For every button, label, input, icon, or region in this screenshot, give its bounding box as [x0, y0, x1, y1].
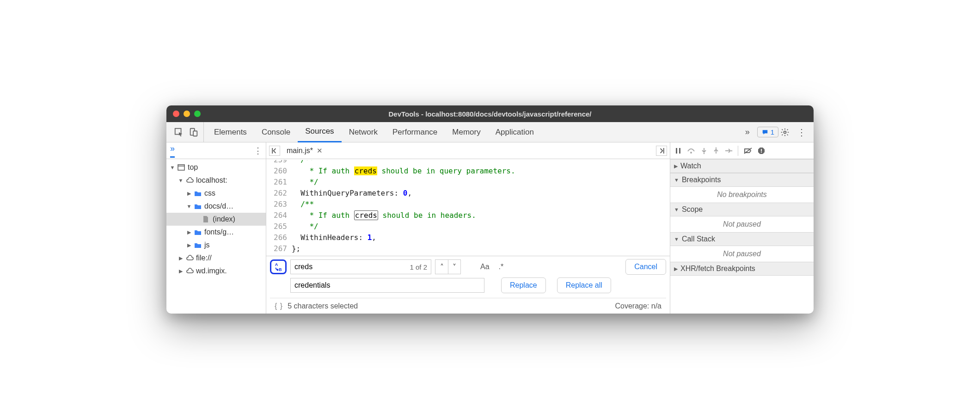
pause-icon[interactable] — [675, 148, 681, 154]
issues-badge[interactable]: 1 — [757, 127, 778, 137]
replace-button[interactable]: Replace — [501, 277, 546, 293]
tree-item[interactable]: ▶fonts/g… — [166, 226, 266, 239]
replace-input[interactable]: credentials — [290, 278, 484, 293]
debugger-toolbar — [670, 142, 814, 159]
minimize-window-button[interactable] — [184, 111, 190, 117]
find-value: creds — [294, 263, 312, 271]
nav-forward-button[interactable] — [656, 146, 667, 156]
navigator-header: » ⋮ — [166, 142, 266, 159]
settings-icon[interactable] — [780, 128, 793, 137]
step-out-icon[interactable] — [713, 148, 719, 154]
match-count: 1 of 2 — [410, 263, 427, 271]
replace-mode-toggle-icon[interactable]: AB — [270, 259, 287, 274]
devtools-window: DevTools - localhost:8080/docs/devtools/… — [166, 105, 814, 314]
toolbar-right: 1 ⋮ — [754, 127, 811, 138]
tree-item[interactable]: ▶file:// — [166, 252, 266, 265]
tab-network[interactable]: Network — [342, 122, 385, 142]
svg-point-12 — [690, 152, 692, 154]
section-call-stack[interactable]: ▼Call Stack — [670, 232, 814, 246]
svg-text:B: B — [279, 267, 282, 272]
debugger-panel: ▶Watch▼BreakpointsNo breakpoints▼ScopeNo… — [670, 142, 814, 314]
regex-toggle[interactable]: .* — [496, 263, 507, 271]
svg-rect-11 — [679, 148, 680, 154]
navigator-more-icon[interactable]: ⋮ — [254, 146, 262, 156]
selection-status: 5 characters selected — [288, 302, 358, 310]
find-nav-buttons: ˄ ˅ — [435, 259, 461, 274]
svg-rect-2 — [193, 131, 197, 136]
inspect-element-icon[interactable] — [173, 126, 185, 138]
tree-item[interactable]: ▶js — [166, 239, 266, 252]
section-xhr-fetch-breakpoints[interactable]: ▶XHR/fetch Breakpoints — [670, 262, 814, 276]
svg-rect-21 — [761, 152, 762, 153]
tab-console[interactable]: Console — [254, 122, 298, 142]
section-body: Not paused — [670, 246, 814, 262]
find-input[interactable]: creds 1 of 2 — [290, 259, 431, 274]
debugger-sections: ▶Watch▼BreakpointsNo breakpoints▼ScopeNo… — [670, 159, 814, 276]
svg-rect-4 — [178, 165, 184, 170]
tab-elements[interactable]: Elements — [207, 122, 254, 142]
tabs-overflow-icon[interactable]: » — [741, 127, 754, 137]
svg-text:A: A — [275, 262, 278, 267]
file-tree[interactable]: ▼top▼localhost:▶css▼docs/d…(index)▶fonts… — [166, 159, 266, 314]
inspect-tools — [169, 122, 204, 142]
section-body: No breakpoints — [670, 187, 814, 203]
tab-performance[interactable]: Performance — [385, 122, 445, 142]
main-toolbar: ElementsConsoleSourcesNetworkPerformance… — [166, 122, 814, 142]
panel-tabs: ElementsConsoleSourcesNetworkPerformance… — [204, 122, 741, 142]
section-scope[interactable]: ▼Scope — [670, 203, 814, 216]
code-lines: /** * If auth creds should be in query p… — [292, 159, 515, 256]
deactivate-breakpoints-icon[interactable] — [744, 148, 752, 154]
tree-item[interactable]: ▼localhost: — [166, 174, 266, 187]
editor-status-bar: { } 5 characters selected Coverage: n/a — [270, 298, 666, 314]
step-over-icon[interactable] — [687, 148, 695, 154]
main-area: » ⋮ ▼top▼localhost:▶css▼docs/d…(index)▶f… — [166, 142, 814, 314]
pause-on-exceptions-icon[interactable] — [758, 147, 765, 154]
svg-rect-10 — [676, 148, 677, 154]
prev-match-button[interactable]: ˄ — [435, 259, 448, 274]
tree-item[interactable]: ▶css — [166, 187, 266, 200]
step-icon[interactable] — [725, 148, 732, 154]
device-toolbar-icon[interactable] — [188, 126, 200, 138]
coverage-status: Coverage: n/a — [615, 302, 662, 310]
titlebar: DevTools - localhost:8080/docs/devtools/… — [166, 105, 814, 122]
code-editor[interactable]: 259260261262263264265266267 /** * If aut… — [266, 159, 670, 256]
close-tab-icon[interactable]: ✕ — [317, 147, 323, 155]
maximize-window-button[interactable] — [194, 111, 201, 117]
editor-tab-main-js[interactable]: main.js* ✕ — [283, 147, 326, 155]
next-match-button[interactable]: ˅ — [448, 259, 461, 274]
tab-application[interactable]: Application — [488, 122, 541, 142]
navigator-panel: » ⋮ ▼top▼localhost:▶css▼docs/d…(index)▶f… — [166, 142, 266, 314]
nav-back-button[interactable] — [269, 146, 280, 156]
traffic-lights — [173, 111, 201, 117]
window-title: DevTools - localhost:8080/docs/devtools/… — [166, 110, 814, 118]
tab-sources[interactable]: Sources — [298, 122, 341, 142]
line-gutter: 259260261262263264265266267 — [266, 159, 292, 256]
tree-item[interactable]: ▼docs/d… — [166, 200, 266, 213]
editor-tabs: main.js* ✕ — [266, 142, 670, 159]
tab-memory[interactable]: Memory — [445, 122, 488, 142]
more-options-icon[interactable]: ⋮ — [795, 127, 808, 138]
section-breakpoints[interactable]: ▼Breakpoints — [670, 173, 814, 187]
close-window-button[interactable] — [173, 111, 179, 117]
replace-all-button[interactable]: Replace all — [557, 277, 611, 293]
navigator-overflow-icon[interactable]: » — [170, 144, 175, 158]
editor-panel: main.js* ✕ 259260261262263264265266267 /… — [266, 142, 670, 314]
find-replace-bar: AB creds 1 of 2 ˄ ˅ Aa .* Cancel — [266, 256, 670, 314]
svg-point-16 — [716, 148, 717, 149]
tree-item[interactable]: (index) — [166, 213, 266, 226]
svg-point-18 — [731, 150, 733, 151]
svg-rect-20 — [761, 149, 762, 151]
svg-point-14 — [704, 153, 705, 154]
section-watch[interactable]: ▶Watch — [670, 159, 814, 173]
tree-item[interactable]: ▼top — [166, 161, 266, 174]
step-into-icon[interactable] — [701, 148, 707, 154]
pretty-print-icon[interactable]: { } — [275, 302, 288, 310]
issues-count: 1 — [771, 128, 774, 136]
svg-point-3 — [784, 131, 786, 133]
cancel-button[interactable]: Cancel — [625, 259, 666, 275]
editor-tab-label: main.js* — [287, 147, 313, 155]
section-body: Not paused — [670, 216, 814, 232]
tree-item[interactable]: ▶wd.imgix. — [166, 265, 266, 277]
replace-value: credentials — [294, 281, 330, 290]
match-case-toggle[interactable]: Aa — [478, 263, 492, 271]
